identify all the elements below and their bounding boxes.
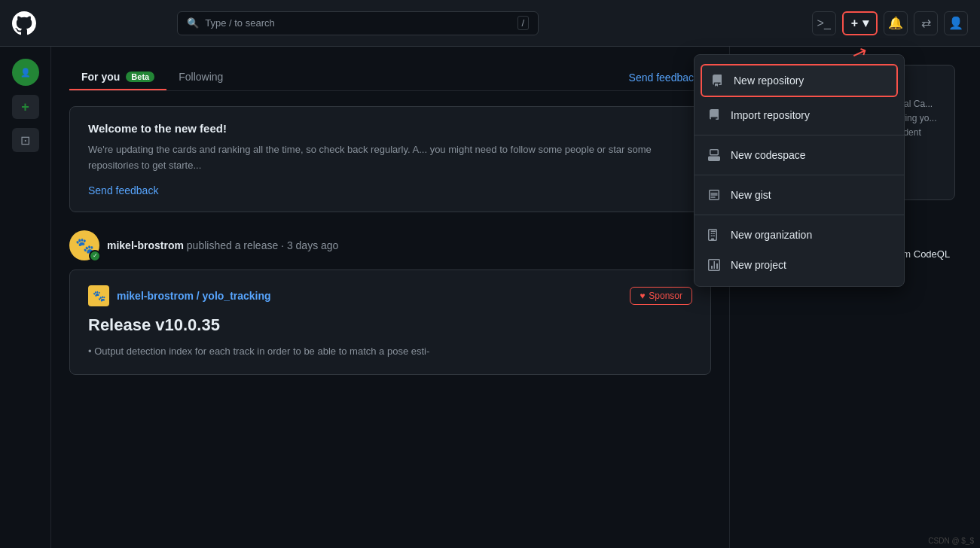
repo-icon <box>710 73 725 88</box>
release-card: 🐾 mikel-brostrom / yolo_tracking ♥ Spons… <box>69 269 711 376</box>
release-title: Release v10.0.35 <box>88 315 692 335</box>
release-user-avatar[interactable]: 🐾 ✓ <box>69 230 99 260</box>
search-bar[interactable]: 🔍 Type / to search / <box>177 11 539 35</box>
avatar-icon: 👤 <box>20 68 31 78</box>
for-you-label: For you <box>81 71 120 83</box>
release-header: 🐾 mikel-brostrom / yolo_tracking ♥ Spons… <box>88 285 692 306</box>
pull-requests-button[interactable]: ⇄ <box>914 11 938 35</box>
pr-icon: ⇄ <box>921 16 931 30</box>
import-icon <box>707 108 722 123</box>
bullet-icon: • <box>88 346 94 357</box>
import-repository-label: Import repository <box>731 109 810 121</box>
repo-avatar: 🐾 <box>88 285 109 306</box>
project-icon <box>707 257 722 272</box>
welcome-body: We're updating the cards and ranking all… <box>88 142 692 174</box>
tab-following[interactable]: Following <box>166 65 235 90</box>
organization-icon <box>707 227 722 242</box>
avatar-button[interactable]: 👤 <box>944 11 968 35</box>
release-avatar-badge: ✓ <box>89 250 101 262</box>
new-repository-item[interactable]: New repository <box>701 64 898 97</box>
create-menu-button[interactable]: + ▾ <box>842 11 878 35</box>
tab-for-you[interactable]: For you Beta <box>69 65 166 90</box>
left-sidebar: 👤 + ⊡ <box>0 47 51 548</box>
chevron-down-icon: ▾ <box>862 16 869 30</box>
sponsor-label: Sponsor <box>649 291 682 301</box>
github-logo[interactable] <box>12 11 36 35</box>
sponsor-button[interactable]: ♥ Sponsor <box>630 287 692 305</box>
welcome-title: Welcome to the new feed! <box>88 122 692 135</box>
welcome-card: Welcome to the new feed! We're updating … <box>69 106 711 212</box>
release-body-text: Output detection index for each track in… <box>94 346 429 357</box>
new-repository-label: New repository <box>734 75 804 87</box>
new-codespace-label: New codespace <box>731 149 806 161</box>
create-dropdown-menu: New repository Import repository New cod… <box>694 54 905 287</box>
dropdown-divider-1 <box>695 135 904 135</box>
sidebar-avatar[interactable]: 👤 <box>12 59 39 86</box>
release-username[interactable]: mikel-brostrom <box>107 239 184 251</box>
beta-badge: Beta <box>126 72 154 82</box>
release-meta: 🐾 ✓ mikel-brostrom published a release ·… <box>69 230 711 260</box>
gist-icon <box>707 187 722 202</box>
dropdown-divider-3 <box>695 215 904 215</box>
nav-right: >_ + ▾ 🔔 ⇄ 👤 <box>812 11 968 35</box>
sidebar-new-item[interactable]: + <box>12 95 39 119</box>
sidebar-new-icon: + <box>21 99 29 115</box>
user-icon: 👤 <box>948 16 963 30</box>
repo-name[interactable]: mikel-brostrom / yolo_tracking <box>117 290 271 302</box>
new-organization-label: New organization <box>731 229 812 241</box>
search-slash: / <box>517 16 530 30</box>
release-action: published a release · 3 days ago <box>187 239 339 251</box>
search-icon: 🔍 <box>187 17 199 29</box>
heart-icon: ♥ <box>640 291 645 301</box>
terminal-icon: >_ <box>817 17 831 30</box>
codespace-icon <box>707 148 722 163</box>
import-repository-item[interactable]: Import repository <box>695 100 904 130</box>
notifications-button[interactable]: 🔔 <box>884 11 908 35</box>
terminal-button[interactable]: >_ <box>812 11 836 35</box>
plus-icon: + <box>851 17 858 30</box>
sidebar-box-icon: ⊡ <box>20 133 30 148</box>
new-codespace-item[interactable]: New codespace <box>695 140 904 170</box>
new-project-item[interactable]: New project <box>695 250 904 280</box>
feed-section: For you Beta Following Send feedback Wel… <box>51 47 729 548</box>
bell-icon: 🔔 <box>888 16 903 30</box>
new-gist-item[interactable]: New gist <box>695 180 904 210</box>
new-organization-item[interactable]: New organization <box>695 220 904 250</box>
send-feedback-link[interactable]: Send feedback <box>88 184 158 196</box>
release-info: mikel-brostrom published a release · 3 d… <box>107 239 338 251</box>
sidebar-box-item[interactable]: ⊡ <box>12 128 39 152</box>
top-nav: 🔍 Type / to search / >_ + ▾ 🔔 ⇄ 👤 <box>0 0 980 47</box>
new-project-label: New project <box>731 259 786 271</box>
watermark: CSDN @ $_$ <box>928 537 974 545</box>
tabs-row: For you Beta Following Send feedback <box>69 65 711 91</box>
dropdown-divider-2 <box>695 175 904 175</box>
search-placeholder: Type / to search <box>205 17 275 29</box>
release-body: • Output detection index for each track … <box>88 344 692 360</box>
new-gist-label: New gist <box>731 189 771 201</box>
following-label: Following <box>179 71 223 83</box>
